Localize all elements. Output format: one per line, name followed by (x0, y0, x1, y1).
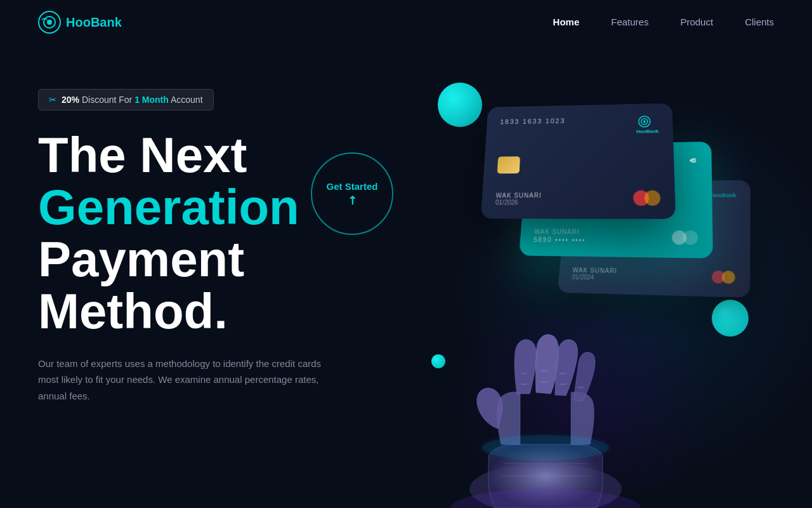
nav-item-clients[interactable]: Clients (745, 17, 774, 28)
svg-point-14 (482, 435, 609, 460)
logo-text: HooBank (66, 15, 122, 30)
card-back-date: 01/2024 (572, 274, 617, 281)
robot-hand (406, 292, 685, 508)
card-front-name: WAK SUNARI (495, 192, 542, 199)
card-back-bottom: WAK SUNARI 01/2024 (572, 267, 735, 284)
card-front-date: 01/2026 (495, 199, 542, 206)
card-front-brand: HooBank (636, 128, 659, 134)
navbar: HooBank Home Features Product Clients (0, 0, 812, 44)
contactless-icon (683, 154, 697, 167)
hoobank-card-logo-icon (638, 116, 658, 128)
card-front-number: 1833 1633 1023 (500, 117, 565, 125)
card-middle-number: 5890 •••• •••• (534, 236, 586, 244)
nav-item-features[interactable]: Features (611, 17, 648, 28)
nav-item-home[interactable]: Home (553, 17, 580, 28)
logo[interactable]: HooBank (38, 11, 122, 34)
svg-point-2 (47, 20, 52, 25)
nav-item-product[interactable]: Product (680, 17, 713, 28)
discount-badge: ✂ 20% Discount For 1 Month Account (38, 89, 214, 110)
hero-visual: 4520 •••• •••• •••• HooBank WAK SUNARI 0… (368, 64, 774, 495)
nav-links: Home Features Product Clients (553, 17, 774, 28)
card-middle-bottom: WAK SUNARI 5890 •••• •••• (534, 228, 698, 244)
hero-description: Our team of experts uses a methodology t… (38, 356, 330, 404)
card-front-bottom: WAK SUNARI 01/2026 (495, 190, 661, 206)
discount-text: 20% Discount For 1 Month Account (62, 95, 203, 105)
discount-icon: ✂ (49, 95, 56, 105)
svg-point-5 (643, 120, 646, 123)
robot-hand-svg (406, 292, 685, 508)
card-middle-name: WAK SUNARI (534, 228, 586, 235)
card-back-logo: HooBank (710, 192, 736, 199)
card-front: 1833 1633 1023 HooBank WA (481, 103, 676, 218)
card-front-chip (497, 156, 520, 173)
hero-left: ✂ 20% Discount For 1 Month Account The N… (38, 83, 368, 404)
get-started-arrow-icon: ↗ (344, 191, 360, 208)
hoobank-logo-icon (38, 11, 61, 34)
hero-section: ✂ 20% Discount For 1 Month Account The N… (0, 44, 812, 508)
